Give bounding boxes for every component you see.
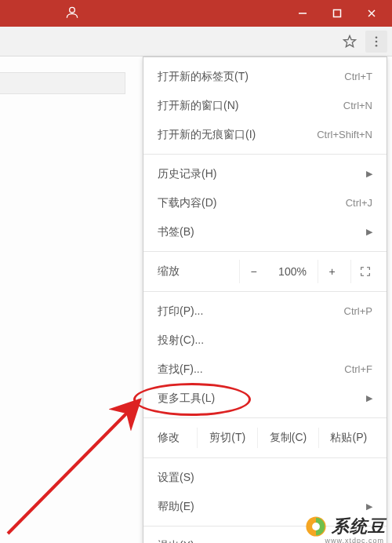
svg-rect-2 <box>334 10 341 17</box>
browser-toolbar <box>0 27 392 56</box>
menu-item-new-window[interactable]: 打开新的窗口(N) Ctrl+N <box>143 91 387 120</box>
menu-item-downloads[interactable]: 下载内容(D) Ctrl+J <box>143 188 387 217</box>
chevron-right-icon: ▶ <box>366 392 372 405</box>
menu-separator <box>143 457 387 458</box>
menu-shortcut: Ctrl+T <box>344 69 372 85</box>
cut-button[interactable]: 剪切(T) <box>197 428 257 448</box>
main-menu-dropdown: 打开新的标签页(T) Ctrl+T 打开新的窗口(N) Ctrl+N 打开新的无… <box>143 56 387 543</box>
bookmark-bar-strip <box>0 72 125 94</box>
menu-item-find[interactable]: 查找(F)... Ctrl+F <box>143 355 387 384</box>
chevron-right-icon: ▶ <box>366 167 372 180</box>
menu-item-history[interactable]: 历史记录(H) ▶ <box>143 159 387 188</box>
svg-point-7 <box>376 40 378 42</box>
minimize-button[interactable] <box>285 0 320 27</box>
paste-button[interactable]: 粘贴(P) <box>318 428 379 448</box>
watermark-logo-icon <box>305 516 327 538</box>
watermark: 系统豆 <box>305 515 386 538</box>
menu-item-zoom: 缩放 − 100% + <box>143 257 387 286</box>
svg-point-6 <box>376 36 378 38</box>
menu-item-bookmarks[interactable]: 书签(B) ▶ <box>143 217 387 246</box>
svg-point-11 <box>312 523 320 530</box>
menu-item-new-tab[interactable]: 打开新的标签页(T) Ctrl+T <box>143 62 387 91</box>
menu-item-edit: 修改 剪切(T) 复制(C) 粘贴(P) <box>143 423 387 453</box>
menu-item-settings[interactable]: 设置(S) <box>143 463 387 492</box>
menu-item-print[interactable]: 打印(P)... Ctrl+P <box>143 297 387 326</box>
copy-button[interactable]: 复制(C) <box>257 428 318 448</box>
window-titlebar <box>0 0 392 27</box>
profile-avatar-icon[interactable] <box>64 5 82 22</box>
svg-point-0 <box>70 7 75 13</box>
menu-label: 打开新的无痕窗口(I) <box>158 126 256 143</box>
menu-label: 更多工具(L) <box>158 390 215 406</box>
menu-kebab-icon[interactable] <box>365 31 387 53</box>
menu-shortcut: Ctrl+J <box>346 195 372 211</box>
menu-item-new-incognito[interactable]: 打开新的无痕窗口(I) Ctrl+Shift+N <box>143 120 387 149</box>
menu-label: 退出(X) <box>158 538 194 543</box>
zoom-value: 100% <box>272 265 313 278</box>
zoom-out-button[interactable]: − <box>239 260 267 283</box>
menu-label: 设置(S) <box>158 469 194 486</box>
menu-label: 下载内容(D) <box>158 195 216 211</box>
edit-label: 修改 <box>158 431 197 445</box>
menu-item-cast[interactable]: 投射(C)... <box>143 326 387 355</box>
watermark-text: 系统豆 <box>332 515 386 538</box>
menu-label: 书签(B) <box>158 224 194 240</box>
chevron-right-icon: ▶ <box>366 500 372 513</box>
menu-label: 打印(P)... <box>158 303 203 319</box>
menu-item-more-tools[interactable]: 更多工具(L) ▶ <box>143 384 387 413</box>
menu-shortcut: Ctrl+P <box>344 304 372 319</box>
menu-separator <box>143 291 387 292</box>
menu-label: 历史记录(H) <box>158 166 216 182</box>
bookmark-star-icon[interactable] <box>339 31 361 53</box>
menu-shortcut: Ctrl+Shift+N <box>317 127 372 143</box>
menu-label: 打开新的窗口(N) <box>158 97 238 114</box>
zoom-label: 缩放 <box>158 264 194 279</box>
menu-label: 帮助(E) <box>158 498 194 515</box>
menu-shortcut: Ctrl+N <box>343 98 372 114</box>
menu-label: 投射(C)... <box>158 332 204 348</box>
svg-point-8 <box>376 44 378 46</box>
menu-separator <box>143 251 387 252</box>
chevron-right-icon: ▶ <box>366 225 372 239</box>
svg-marker-5 <box>344 35 356 46</box>
menu-label: 打开新的标签页(T) <box>158 68 249 85</box>
menu-shortcut: Ctrl+F <box>344 362 372 377</box>
zoom-in-button[interactable]: + <box>318 260 346 283</box>
maximize-button[interactable] <box>320 0 354 27</box>
menu-label: 查找(F)... <box>158 361 203 377</box>
fullscreen-button[interactable] <box>350 260 379 283</box>
watermark-url: www.xtdpc.com <box>325 537 384 543</box>
menu-separator <box>143 154 387 155</box>
menu-separator <box>143 417 387 418</box>
close-button[interactable] <box>354 0 389 27</box>
